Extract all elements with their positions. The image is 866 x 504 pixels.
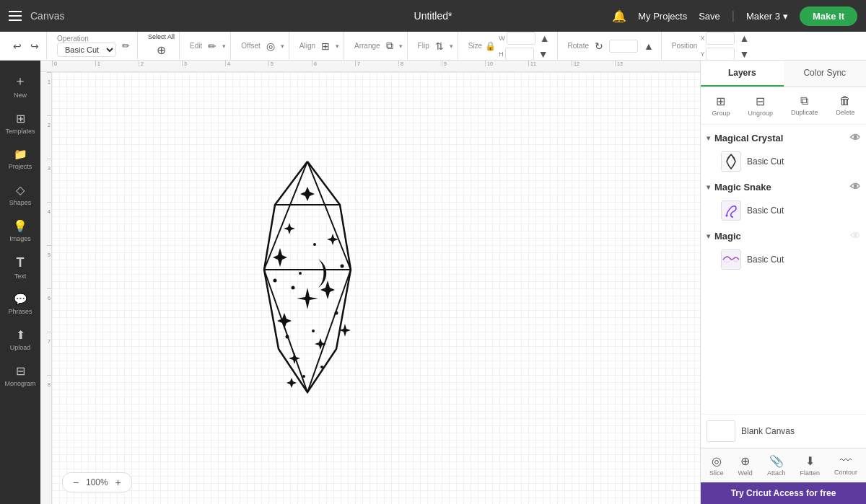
x-label: X — [700, 35, 704, 42]
ruler-h-tick: 5 — [268, 61, 312, 66]
tab-layers[interactable]: Layers — [701, 61, 784, 87]
align-button[interactable]: ⊞ — [318, 39, 333, 53]
edit-pen-icon[interactable]: ✏ — [119, 39, 133, 53]
contour-button[interactable]: 〰 Contour — [830, 451, 862, 479]
text-icon: T — [17, 255, 25, 270]
width-stepper-up[interactable]: ▲ — [537, 31, 553, 45]
upload-icon: ⬆ — [16, 328, 25, 342]
sidebar-item-images[interactable]: 💡 Images — [3, 213, 38, 248]
sidebar-item-monogram[interactable]: ⊟ Monogram — [3, 358, 38, 393]
save-button[interactable]: Save — [699, 11, 720, 22]
make-it-button[interactable]: Make It — [800, 6, 857, 26]
group-button[interactable]: ⊞ Group — [707, 92, 734, 120]
sidebar-item-templates[interactable]: ⊞ Templates — [3, 106, 38, 141]
attach-label: Attach — [767, 469, 786, 477]
duplicate-button[interactable]: ⧉ Duplicate — [787, 92, 823, 120]
layer-item-magic-snake-cut[interactable]: Basic Cut — [701, 197, 866, 224]
height-stepper-down[interactable]: ▼ — [535, 47, 551, 61]
my-projects-link[interactable]: My Projects — [638, 11, 687, 22]
x-input[interactable] — [706, 32, 735, 45]
weld-icon: ⊕ — [740, 454, 750, 468]
toolbar: ↩ ↪ Operation Basic Cut ✏ Select All ⊕ E… — [0, 32, 866, 61]
main-layout: ＋ New ⊞ Templates 📁 Projects ◇ Shapes 💡 … — [0, 61, 866, 504]
width-label: W — [499, 35, 505, 42]
size-section: Size 🔒 W ▲ H ▼ — [464, 32, 558, 60]
sidebar-item-phrases[interactable]: 💬 Phrases — [3, 287, 38, 321]
slice-button[interactable]: ◎ Slice — [705, 451, 728, 479]
y-input[interactable] — [706, 48, 735, 61]
chevron-magical-crystal-icon: ▾ — [707, 134, 710, 142]
sidebar-item-shapes[interactable]: ◇ Shapes — [3, 177, 38, 212]
upgrade-banner-text: Try Cricut Access for free — [731, 488, 836, 498]
sidebar-item-new[interactable]: ＋ New — [3, 66, 38, 105]
sidebar-item-text[interactable]: T Text — [3, 249, 38, 286]
maker-select-dropdown[interactable]: Maker 3 ▾ — [746, 11, 788, 22]
layer-group-header-magic[interactable]: ▾ Magic 👁 — [701, 226, 866, 246]
x-stepper[interactable]: ▲ — [736, 31, 752, 45]
rotate-label: Rotate — [568, 42, 589, 50]
chevron-magic-icon: ▾ — [707, 232, 710, 240]
zoom-out-button[interactable]: − — [69, 475, 83, 490]
edit-section: Edit ✏ ▾ — [185, 32, 231, 60]
images-icon: 💡 — [13, 219, 27, 233]
layer-item-magic-cut[interactable]: Basic Cut — [701, 246, 866, 273]
layer-item-magical-crystal-cut[interactable]: Basic Cut — [701, 148, 866, 175]
attach-icon: 📎 — [769, 454, 784, 468]
visibility-magical-crystal-icon[interactable]: 👁 — [850, 132, 860, 143]
layers-list: ▾ Magical Crystal 👁 Basic Cut ▾ Magic Sn… — [701, 125, 866, 414]
layer-group-header-magical-crystal[interactable]: ▾ Magical Crystal 👁 — [701, 128, 866, 148]
flatten-icon: ⬇ — [805, 454, 815, 468]
svg-point-6 — [274, 279, 277, 283]
attach-button[interactable]: 📎 Attach — [763, 451, 790, 479]
operation-select[interactable]: Basic Cut — [57, 43, 116, 57]
rotate-input[interactable] — [609, 40, 638, 53]
arrange-button[interactable]: ⧉ — [383, 38, 396, 53]
sidebar-item-label-images: Images — [9, 235, 31, 242]
ruler-h-tick: 1 — [95, 61, 139, 66]
nav-right-group: 🔔 My Projects Save | Maker 3 ▾ Make It — [612, 6, 857, 26]
flip-button[interactable]: ⇅ — [432, 39, 447, 53]
slice-label: Slice — [709, 469, 724, 477]
group-icon: ⊞ — [716, 94, 725, 108]
upgrade-banner[interactable]: Try Cricut Access for free — [701, 482, 866, 504]
templates-icon: ⊞ — [16, 112, 25, 125]
visibility-magic-snake-icon[interactable]: 👁 — [850, 181, 860, 193]
flip-section: Flip ⇅ ▾ — [414, 32, 458, 60]
layer-group-header-magic-snake[interactable]: ▾ Magic Snake 👁 — [701, 177, 866, 197]
redo-button[interactable]: ↪ — [27, 39, 42, 53]
edit-button[interactable]: ✏ — [205, 39, 219, 53]
sidebar-item-upload[interactable]: ⬆ Upload — [3, 322, 38, 357]
flatten-button[interactable]: ⬇ Flatten — [795, 451, 824, 479]
ungroup-button[interactable]: ⊟ Ungroup — [743, 92, 777, 120]
select-all-label: Select All — [148, 33, 175, 40]
ruler-h-tick: 10 — [485, 61, 528, 66]
layer-group-name-magic-snake: Magic Snake — [714, 182, 846, 193]
hamburger-menu[interactable] — [9, 11, 22, 21]
blank-canvas-row[interactable]: Blank Canvas — [701, 414, 866, 448]
ungroup-icon: ⊟ — [756, 94, 765, 108]
svg-point-10 — [313, 243, 316, 246]
layer-name-magic-cut: Basic Cut — [747, 255, 860, 265]
shapes-icon: ◇ — [16, 183, 25, 197]
rotate-icon[interactable]: ↻ — [592, 39, 606, 53]
notification-bell-icon[interactable]: 🔔 — [612, 9, 626, 23]
canvas-area[interactable]: 0 1 2 3 4 5 6 7 8 9 10 11 12 13 1 2 3 — [40, 61, 700, 504]
chevron-flip-icon: ▾ — [450, 43, 453, 50]
visibility-magic-icon[interactable]: 👁 — [850, 230, 860, 242]
select-all-button[interactable]: ⊕ — [154, 42, 169, 58]
height-input[interactable] — [505, 48, 534, 61]
svg-line-1 — [307, 162, 351, 270]
weld-button[interactable]: ⊕ Weld — [734, 451, 757, 479]
operation-section: Operation Basic Cut ✏ — [53, 32, 138, 60]
y-stepper[interactable]: ▼ — [736, 47, 752, 61]
offset-button[interactable]: ◎ — [263, 39, 278, 53]
zoom-in-button[interactable]: + — [111, 475, 126, 490]
undo-button[interactable]: ↩ — [10, 39, 25, 53]
delete-icon: 🗑 — [839, 94, 851, 107]
rotate-stepper[interactable]: ▲ — [641, 39, 657, 53]
sidebar-item-projects[interactable]: 📁 Projects — [3, 142, 38, 176]
tab-color-sync[interactable]: Color Sync — [784, 61, 867, 87]
width-input[interactable] — [507, 32, 535, 45]
layer-group-name-magical-crystal: Magical Crystal — [714, 133, 846, 143]
delete-button[interactable]: 🗑 Delete — [831, 92, 859, 120]
